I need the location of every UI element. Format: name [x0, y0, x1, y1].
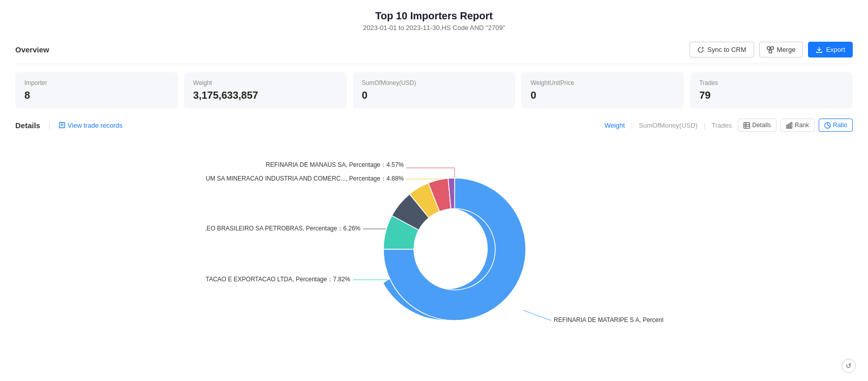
stat-sumofmoney: SumOfMoney(USD) 0 [353, 72, 516, 108]
svg-rect-3 [59, 123, 65, 128]
table-icon [743, 122, 750, 129]
overview-label: Overview [15, 45, 49, 54]
merge-icon [767, 46, 774, 53]
report-title: Top 10 Importers Report [15, 10, 853, 22]
metric-weight-tab[interactable]: Weight [603, 122, 627, 129]
stat-trades-value: 79 [699, 90, 844, 101]
details-label: Details [15, 121, 40, 130]
ratio-view-button[interactable]: Ratio [819, 119, 853, 132]
stat-weight-label: Weight [193, 79, 338, 86]
toolbar-buttons: Sync to CRM Merge Export [690, 42, 853, 57]
view-trade-icon [58, 122, 66, 129]
support-icon-text: ↺ [846, 362, 852, 370]
svg-rect-2 [769, 50, 771, 52]
pie-icon [824, 122, 831, 129]
merge-button[interactable]: Merge [759, 42, 803, 57]
svg-rect-10 [787, 125, 788, 128]
view-trade-label: View trade records [68, 122, 123, 129]
chart-area: REFINARIA DE MANAUS SA, Percentage：4.57%… [15, 140, 853, 359]
report-subtitle: 2023-01-01 to 2023-11-30,HS Code AND "27… [15, 24, 853, 32]
donut-actual [205, 153, 663, 346]
sync-to-crm-button[interactable]: Sync to CRM [690, 42, 754, 57]
svg-line-15 [827, 125, 830, 126]
stat-trades-label: Trades [699, 79, 844, 86]
toolbar: Overview Sync to CRM Merge [15, 42, 853, 64]
details-section: Details | View trade records Weight | Su… [15, 119, 853, 359]
stat-importer: Importer 8 [15, 72, 178, 108]
stat-importer-value: 8 [24, 90, 169, 101]
stat-sumofmoney-label: SumOfMoney(USD) [362, 79, 506, 86]
support-icon[interactable]: ↺ [842, 359, 856, 373]
sync-icon [697, 46, 704, 53]
svg-rect-6 [744, 122, 750, 128]
details-left: Details | View trade records [15, 121, 123, 130]
rank-view-button[interactable]: Rank [781, 119, 815, 132]
stats-row: Importer 8 Weight 3,175,633,857 SumOfMon… [15, 72, 853, 108]
details-header: Details | View trade records Weight | Su… [15, 119, 853, 132]
stat-weightunitprice: WeightUnitPrice 0 [521, 72, 684, 108]
view-trade-records-link[interactable]: View trade records [58, 122, 123, 129]
svg-rect-12 [791, 122, 792, 128]
details-view-button[interactable]: Details [738, 119, 776, 132]
metric-sumofmoney-tab[interactable]: SumOfMoney(USD) [637, 122, 700, 129]
stat-weight-value: 3,175,633,857 [193, 90, 338, 101]
svg-rect-1 [770, 46, 773, 49]
details-right: Weight | SumOfMoney(USD) | Trades Detail… [603, 119, 853, 132]
stat-weight: Weight 3,175,633,857 [184, 72, 347, 108]
svg-rect-0 [767, 46, 769, 49]
stat-sumofmoney-value: 0 [362, 90, 506, 101]
export-button[interactable]: Export [808, 42, 853, 57]
stat-weightunitprice-label: WeightUnitPrice [530, 79, 675, 86]
metric-trades-tab[interactable]: Trades [709, 122, 734, 129]
stat-importer-label: Importer [24, 79, 169, 86]
rank-icon [786, 122, 793, 129]
stat-weightunitprice-value: 0 [530, 90, 675, 101]
export-icon [816, 46, 823, 53]
svg-rect-11 [789, 124, 790, 128]
report-header: Top 10 Importers Report 2023-01-01 to 20… [15, 10, 853, 32]
stat-trades: Trades 79 [690, 72, 853, 108]
page-container: Top 10 Importers Report 2023-01-01 to 20… [0, 0, 868, 381]
